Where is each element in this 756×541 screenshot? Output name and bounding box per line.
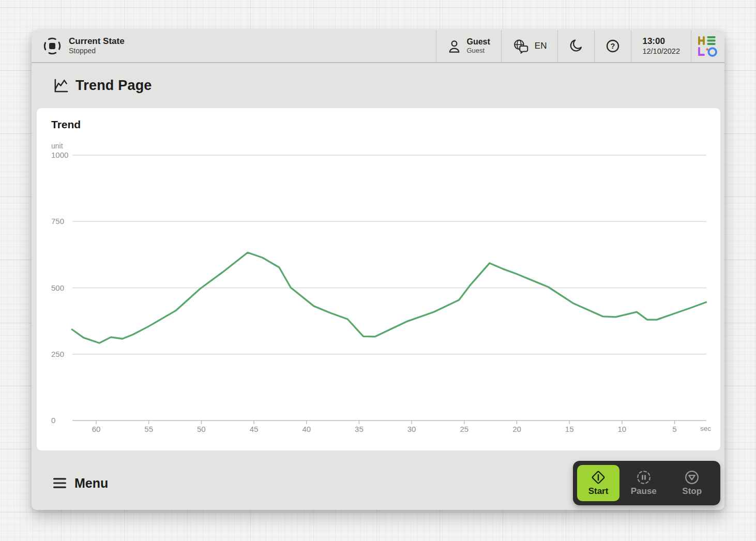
svg-text:35: 35: [355, 425, 364, 433]
run-control-panel: Start Pause: [573, 461, 720, 505]
current-state-value: Stopped: [69, 47, 125, 56]
helio-logo: [691, 30, 724, 62]
user-button[interactable]: Guest Guest: [436, 30, 501, 62]
svg-text:25: 25: [460, 425, 468, 433]
svg-text:15: 15: [565, 425, 574, 433]
time-value: 13:00: [642, 36, 664, 47]
user-icon: [447, 39, 461, 53]
dark-mode-button[interactable]: [557, 30, 594, 62]
current-state: Current State Stopped: [32, 30, 436, 62]
svg-text:20: 20: [512, 425, 521, 433]
page-header: Trend Page: [32, 63, 724, 108]
trend-card: Trend unit100075050025006055504540353025…: [37, 108, 720, 450]
help-button[interactable]: ?: [594, 30, 631, 62]
svg-text:250: 250: [51, 350, 64, 358]
svg-text:55: 55: [144, 425, 153, 433]
pause-button[interactable]: Pause: [619, 465, 668, 501]
language-button[interactable]: EN: [501, 30, 558, 62]
svg-text:60: 60: [92, 425, 101, 433]
stop-icon: [684, 470, 700, 485]
svg-text:50: 50: [197, 425, 206, 433]
menu-label: Menu: [74, 476, 108, 491]
svg-text:10: 10: [618, 425, 627, 433]
svg-text:500: 500: [51, 283, 64, 292]
current-state-title: Current State: [69, 36, 125, 47]
menu-button[interactable]: Menu: [53, 476, 108, 491]
page-title: Trend Page: [75, 78, 152, 94]
svg-text:5: 5: [672, 425, 676, 433]
help-icon: ?: [606, 39, 620, 53]
date-value: 12/10/2022: [642, 47, 680, 56]
stop-label: Stop: [682, 486, 702, 497]
svg-text:45: 45: [250, 425, 259, 433]
top-bar-actions: Guest Guest EN: [436, 30, 724, 62]
svg-text:0: 0: [51, 416, 55, 425]
user-role: Guest: [466, 47, 490, 55]
svg-text:sec: sec: [700, 425, 711, 432]
clock: 13:00 12/10/2022: [631, 30, 691, 62]
language-globe-icon: [512, 38, 530, 54]
trend-chart: unit100075050025006055504540353025201510…: [37, 108, 720, 450]
pause-icon: [636, 470, 652, 485]
stop-button[interactable]: Stop: [668, 465, 717, 501]
svg-text:40: 40: [302, 425, 311, 433]
app-window: Current State Stopped Guest Guest: [32, 30, 724, 510]
svg-text:750: 750: [51, 217, 64, 226]
stopped-state-icon: [42, 36, 62, 56]
svg-text:30: 30: [407, 425, 416, 433]
bottom-bar: Menu Start: [32, 450, 724, 510]
top-bar: Current State Stopped Guest Guest: [32, 30, 724, 63]
start-label: Start: [588, 486, 609, 497]
svg-text:?: ?: [611, 42, 615, 50]
language-label: EN: [535, 41, 547, 51]
start-icon: [591, 470, 606, 485]
pause-label: Pause: [631, 486, 657, 497]
svg-text:1000: 1000: [51, 151, 68, 159]
user-name: Guest: [466, 37, 490, 47]
hamburger-icon: [53, 477, 67, 489]
svg-text:unit: unit: [51, 142, 63, 150]
start-button[interactable]: Start: [577, 465, 619, 501]
trend-chart-icon: [53, 78, 69, 93]
moon-icon: [569, 39, 583, 53]
